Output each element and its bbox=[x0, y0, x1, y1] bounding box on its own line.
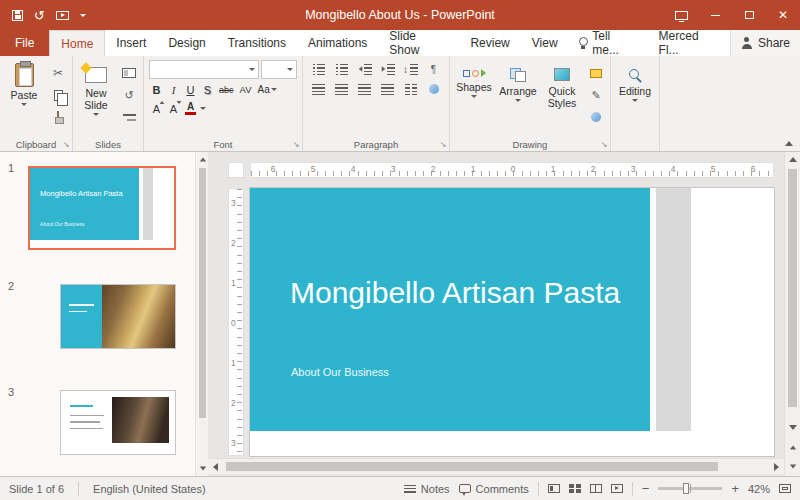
shapes-button[interactable]: Shapes bbox=[453, 60, 495, 98]
change-case-button[interactable]: Aa bbox=[255, 81, 278, 98]
text-direction-button[interactable] bbox=[423, 60, 444, 78]
slide-sorter-view-button[interactable] bbox=[569, 484, 581, 493]
zoom-slider-thumb[interactable] bbox=[683, 483, 689, 494]
save-button[interactable] bbox=[12, 0, 23, 30]
shape-fill-button[interactable] bbox=[585, 64, 607, 82]
zoom-out-button[interactable]: − bbox=[642, 482, 650, 495]
new-slide-button[interactable]: New Slide bbox=[76, 60, 116, 116]
cut-button[interactable] bbox=[47, 64, 69, 82]
next-slide-button[interactable] bbox=[788, 464, 798, 469]
text-shadow-button[interactable]: S bbox=[200, 81, 215, 98]
scrollbar-thumb[interactable] bbox=[199, 168, 206, 418]
slideshow-view-button[interactable] bbox=[611, 484, 623, 493]
drawing-dialog-launcher[interactable] bbox=[599, 140, 609, 150]
paragraph-dialog-launcher[interactable] bbox=[438, 140, 448, 150]
convert-smartart-button[interactable] bbox=[423, 80, 444, 98]
editing-button[interactable]: Editing bbox=[614, 60, 656, 102]
undo-button[interactable] bbox=[34, 0, 45, 30]
slide-canvas[interactable]: Mongibello Artisan Pasta About Our Busin… bbox=[250, 188, 774, 456]
numbering-button[interactable] bbox=[331, 60, 352, 78]
customize-qat-button[interactable] bbox=[80, 0, 86, 30]
slide-layout-button[interactable] bbox=[118, 64, 140, 82]
previous-slide-button[interactable] bbox=[788, 445, 798, 450]
scroll-down-arrow-icon[interactable] bbox=[200, 467, 206, 471]
copy-button[interactable] bbox=[47, 86, 69, 104]
tab-transitions[interactable]: Transitions bbox=[217, 30, 297, 56]
slide-subtitle-textbox[interactable]: About Our Business bbox=[291, 366, 389, 378]
zoom-slider[interactable] bbox=[658, 487, 722, 490]
account-name[interactable]: Merced Fl... bbox=[649, 30, 730, 56]
share-label: Share bbox=[758, 36, 790, 50]
tab-design[interactable]: Design bbox=[157, 30, 216, 56]
shrink-font-button[interactable]: A bbox=[166, 100, 181, 117]
quick-styles-button[interactable]: Quick Styles bbox=[541, 60, 583, 109]
comments-button[interactable]: Comments bbox=[459, 483, 529, 495]
scrollbar-thumb[interactable] bbox=[788, 169, 797, 407]
shape-effects-button[interactable] bbox=[585, 108, 607, 126]
ruler-number: 1 bbox=[231, 358, 236, 368]
scroll-up-arrow-icon[interactable] bbox=[789, 157, 797, 162]
font-color-button[interactable]: A bbox=[183, 100, 198, 117]
paste-button[interactable]: Paste bbox=[3, 60, 45, 106]
bullets-button[interactable] bbox=[308, 60, 329, 78]
shape-outline-button[interactable] bbox=[585, 86, 607, 104]
reading-view-button[interactable] bbox=[590, 484, 602, 493]
bold-button[interactable]: B bbox=[149, 81, 164, 98]
slide-indicator[interactable]: Slide 1 of 6 bbox=[9, 483, 64, 495]
reset-slide-button[interactable] bbox=[118, 86, 140, 104]
justify-button[interactable] bbox=[377, 80, 398, 98]
scroll-up-arrow-icon[interactable] bbox=[200, 158, 206, 162]
scroll-down-arrow-icon[interactable] bbox=[789, 425, 797, 430]
arrange-button[interactable]: Arrange bbox=[497, 60, 539, 102]
grow-font-button[interactable]: A bbox=[149, 100, 164, 117]
align-left-button[interactable] bbox=[308, 80, 329, 98]
scroll-right-arrow-icon[interactable] bbox=[774, 463, 779, 471]
italic-button[interactable]: I bbox=[166, 81, 181, 98]
normal-view-button[interactable] bbox=[548, 484, 560, 493]
increase-indent-button[interactable] bbox=[377, 60, 398, 78]
section-button[interactable] bbox=[118, 108, 140, 126]
tab-slide-show[interactable]: Slide Show bbox=[378, 30, 459, 56]
tab-review[interactable]: Review bbox=[459, 30, 520, 56]
font-dialog-launcher[interactable] bbox=[291, 140, 301, 150]
slide-thumbnail-3[interactable] bbox=[60, 390, 176, 455]
align-center-button[interactable] bbox=[331, 80, 352, 98]
decrease-indent-button[interactable] bbox=[354, 60, 375, 78]
share-button[interactable]: Share bbox=[730, 30, 800, 56]
minimize-button[interactable] bbox=[698, 0, 732, 30]
tab-home[interactable]: Home bbox=[49, 30, 105, 56]
tab-insert[interactable]: Insert bbox=[105, 30, 157, 56]
font-size-combo[interactable] bbox=[261, 60, 297, 79]
close-button[interactable] bbox=[766, 0, 800, 30]
slide-thumbnail-1[interactable]: Mongibello Artisan Pasta About Our Busin… bbox=[28, 166, 176, 250]
strikethrough-button[interactable]: abc bbox=[217, 81, 236, 98]
tab-view[interactable]: View bbox=[521, 30, 569, 56]
scroll-left-arrow-icon[interactable] bbox=[213, 463, 218, 471]
start-slideshow-button[interactable] bbox=[56, 0, 69, 30]
fit-slide-to-window-button[interactable] bbox=[779, 484, 791, 493]
zoom-level[interactable]: 42% bbox=[748, 483, 770, 495]
font-name-combo[interactable] bbox=[149, 60, 259, 79]
maximize-button[interactable] bbox=[732, 0, 766, 30]
ribbon-display-options-button[interactable] bbox=[664, 0, 698, 30]
horizontal-scrollbar[interactable] bbox=[208, 458, 784, 474]
thumbnail-panel-scrollbar[interactable] bbox=[195, 152, 208, 476]
slide-title-textbox[interactable]: Mongibello Artisan Pasta bbox=[290, 272, 626, 313]
line-spacing-button[interactable] bbox=[400, 60, 421, 78]
tab-animations[interactable]: Animations bbox=[297, 30, 378, 56]
zoom-in-button[interactable]: + bbox=[731, 482, 739, 495]
collapse-ribbon-button[interactable] bbox=[785, 141, 793, 146]
tab-file[interactable]: File bbox=[0, 30, 49, 56]
columns-button[interactable] bbox=[400, 80, 421, 98]
underline-button[interactable]: U bbox=[183, 81, 198, 98]
notes-button[interactable]: Notes bbox=[404, 483, 450, 495]
scrollbar-thumb[interactable] bbox=[226, 462, 718, 471]
tell-me-box[interactable]: Tell me... bbox=[569, 30, 649, 56]
slide-thumbnail-2[interactable] bbox=[60, 284, 176, 349]
character-spacing-button[interactable]: AV bbox=[238, 81, 254, 98]
vertical-scrollbar[interactable] bbox=[784, 152, 800, 476]
align-right-button[interactable] bbox=[354, 80, 375, 98]
format-painter-button[interactable] bbox=[47, 108, 69, 126]
clipboard-dialog-launcher[interactable] bbox=[61, 140, 71, 150]
language-indicator[interactable]: English (United States) bbox=[93, 483, 206, 495]
